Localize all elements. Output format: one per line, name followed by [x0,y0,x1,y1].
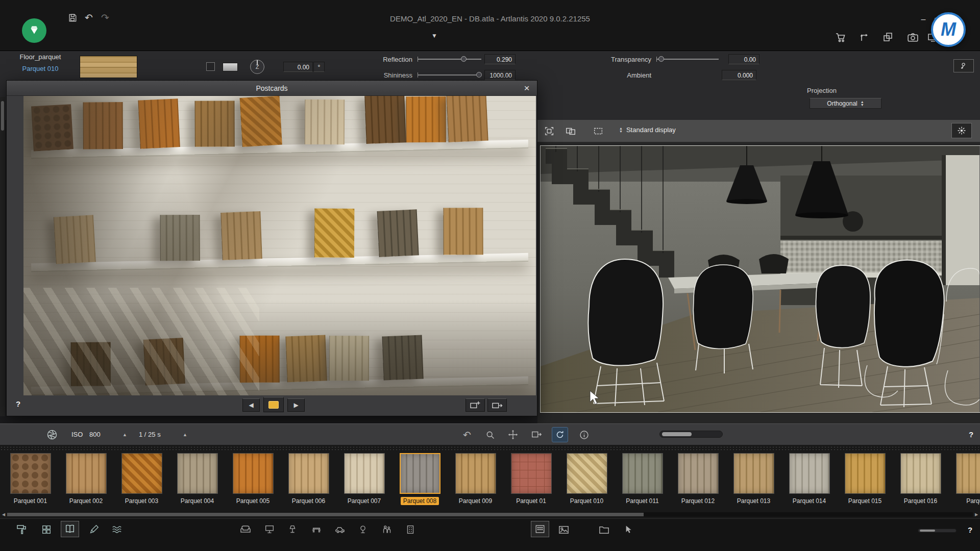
catalog-item[interactable]: Parquet 010 [560,453,613,505]
catalog-thumbnail[interactable] [177,453,218,494]
color-swatch[interactable] [223,63,238,71]
catalog-thumbnail[interactable] [900,453,941,494]
transparency-slider-thumb[interactable] [658,56,664,62]
aperture-button[interactable] [44,427,60,442]
shaders-category-button[interactable] [14,522,30,537]
catalog-thumbnail[interactable] [344,453,385,494]
mirror-checkbox[interactable] [206,62,215,71]
billboard-objects-button[interactable] [261,522,278,537]
catalog-item[interactable]: Parquet 009 [449,453,502,505]
catalog-item[interactable]: Parque [950,453,980,505]
display-mode-select[interactable]: ▲▼ Standard display [619,126,676,134]
render-window-button[interactable] [528,427,545,442]
water-category-button[interactable] [109,522,125,537]
shutter-value[interactable]: 1 / 25 s [139,431,161,438]
catalog-item[interactable]: Parquet 002 [60,453,112,505]
render-viewport[interactable] [540,145,980,413]
dual-view-button[interactable] [563,124,578,138]
postcard-add-button[interactable] [465,398,485,412]
shininess-slider-thumb[interactable] [476,72,482,78]
catalog-item[interactable]: Parquet 005 [227,453,279,505]
cart-button[interactable] [832,30,849,45]
catalog-thumbnail[interactable] [400,453,440,494]
iso-spinner[interactable]: ▲ [122,432,127,437]
catalog-thumbnail[interactable] [121,453,162,494]
select-tool-button[interactable] [620,522,636,537]
catalog-item[interactable]: Parquet 003 [115,453,168,505]
catalog-item[interactable]: Parquet 013 [727,453,780,505]
rotation-dial[interactable]: Z [250,60,264,74]
catalog-scrollbar-thumb[interactable] [7,513,644,516]
catalog-thumbnail[interactable] [288,453,329,494]
pan-button[interactable] [505,427,521,442]
catalog-thumbnail[interactable] [956,453,980,494]
shininess-slider[interactable] [418,74,481,76]
catalog-item[interactable]: Parquet 01 [505,453,557,505]
catalog-item[interactable]: Parquet 016 [894,453,947,505]
perspectives-dropdown-arrow[interactable]: ▼ [431,32,437,39]
zoom-button[interactable] [482,427,498,442]
preview-quality-thumb[interactable] [662,432,692,436]
catalog-item[interactable]: Parquet 007 [338,453,390,505]
vegetation-objects-button[interactable] [355,522,371,537]
reflection-field[interactable]: 0.290 [484,54,516,64]
catalog-thumbnail[interactable] [10,453,51,494]
refresh-button[interactable] [552,427,568,442]
transparency-slider[interactable] [656,59,719,60]
postcards-close-button[interactable]: × [521,82,533,94]
catalog-thumbnail[interactable] [733,453,774,494]
postcard-next-button[interactable]: ▶ [287,398,305,412]
minimize-button[interactable]: – [917,12,930,27]
render-button[interactable] [904,30,921,45]
preview-quality-slider[interactable] [659,431,723,438]
fit-view-button[interactable] [542,124,557,138]
catalog-thumbnail[interactable] [567,453,607,494]
tiles-category-button[interactable] [38,522,55,537]
folder-button[interactable] [596,522,612,537]
catalog-item[interactable]: Parquet 004 [171,453,224,505]
catalog-item[interactable]: Parquet 012 [672,453,724,505]
render-help-button[interactable]: ? [969,430,973,439]
transfer-button[interactable] [856,30,872,45]
catalog-thumbnail[interactable] [66,453,107,494]
thumbnail-size-slider[interactable] [918,529,957,533]
building-objects-button[interactable] [402,522,419,537]
render-undo-button[interactable]: ↶ [459,427,475,442]
duplicate-button[interactable] [880,30,896,45]
catalog-scrollbar-track[interactable] [7,512,973,517]
iso-value[interactable]: 800 [89,431,101,438]
catalog-thumbnail[interactable] [622,453,663,494]
postcards-titlebar[interactable]: Postcards [7,81,537,96]
crop-view-button[interactable] [591,124,606,138]
catalog-display-button[interactable] [531,521,549,537]
catalog-item[interactable]: Parquet 006 [282,453,335,505]
postcard-export-button[interactable] [487,398,507,412]
shininess-field[interactable]: 1000.00 [484,70,516,80]
office-objects-button[interactable] [308,522,325,537]
vehicle-objects-button[interactable] [332,522,348,537]
catalog-category-button[interactable] [61,521,79,537]
catalog-thumbnail[interactable] [233,453,274,494]
catalog-thumbnail[interactable] [455,453,496,494]
shutter-spinner[interactable]: ▲ [183,432,187,437]
info-button[interactable] [576,427,592,442]
postcards-help-button[interactable]: ? [16,399,20,408]
postcard-view-button[interactable] [263,397,284,412]
shader-settings-button[interactable] [953,59,974,72]
toolbar-help-button[interactable]: ? [968,525,972,534]
media-display-button[interactable] [555,522,572,537]
catalog-scroll-left[interactable]: ◀ [0,512,7,517]
ambient-field[interactable]: 0.000 [722,70,756,80]
catalog-thumbnail[interactable] [845,453,886,494]
left-scrollbar-thumb[interactable] [1,101,4,131]
left-scrollbar-track[interactable] [0,97,5,416]
heliodon-toggle-button[interactable] [951,123,972,138]
thumbnail-size-thumb[interactable] [920,530,935,532]
catalog-item[interactable]: Parquet 014 [783,453,836,505]
people-objects-button[interactable] [379,522,395,537]
catalog-scroll-right[interactable]: ▶ [973,512,980,517]
catalog-thumbnail[interactable] [789,453,830,494]
transparency-field[interactable]: 0.00 [728,54,760,64]
projection-select[interactable]: Orthogonal ▲▼ [810,98,881,109]
edit-category-button[interactable] [86,522,102,537]
